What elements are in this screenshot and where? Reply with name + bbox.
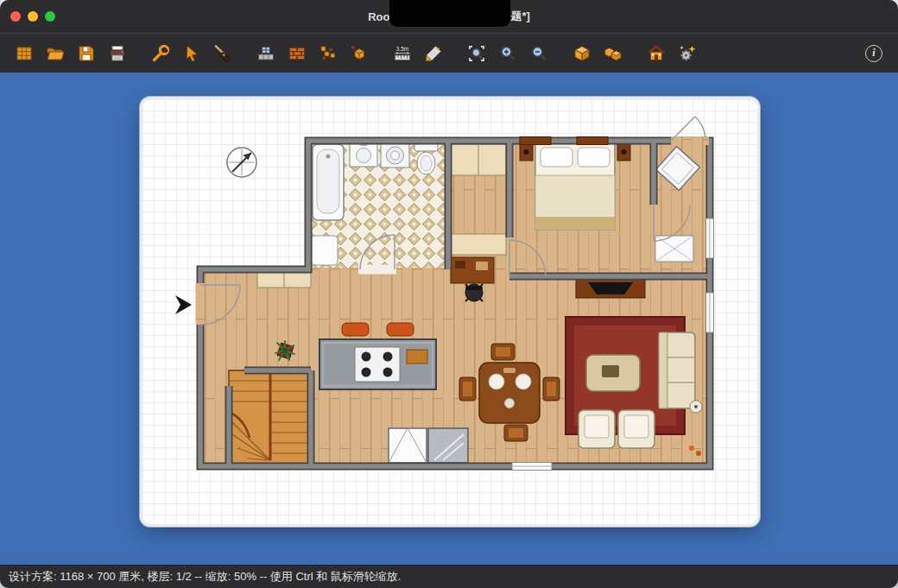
titlebar: Roo 题*]: [0, 0, 898, 33]
select-button[interactable]: [176, 38, 207, 69]
bar-stool-1[interactable]: [342, 323, 369, 336]
measure-button[interactable]: 3.5m: [387, 38, 418, 69]
wall-window-icon: [256, 44, 275, 63]
view-3d-button[interactable]: [566, 38, 598, 69]
gear-sparkle-icon: [678, 44, 697, 63]
home-3d-button[interactable]: [641, 38, 672, 69]
status-text: 设计方案: 1168 × 700 厘米, 楼层: 1/2 -- 缩放: 50% …: [9, 569, 402, 585]
dining-table[interactable]: [479, 363, 540, 423]
zoom-in-icon: [498, 44, 517, 63]
desk[interactable]: [451, 257, 494, 283]
wall-button[interactable]: [250, 38, 281, 69]
armchair-1[interactable]: [579, 410, 615, 448]
cursor-pointer: [175, 295, 192, 314]
wrench-icon: [151, 44, 170, 63]
window-controls: [10, 0, 55, 33]
brush-icon: [213, 44, 232, 63]
floorplan[interactable]: [142, 99, 757, 524]
shower-tray[interactable]: [312, 236, 338, 265]
armchair-2[interactable]: [618, 410, 655, 448]
window-title: Roo 题*]: [368, 0, 530, 33]
save-button[interactable]: [71, 38, 102, 69]
coffee-table[interactable]: [586, 355, 640, 391]
bathtub[interactable]: [313, 144, 344, 220]
info-button[interactable]: i: [865, 45, 882, 62]
info-icon: i: [872, 47, 875, 60]
stairs[interactable]: [229, 370, 311, 466]
grid-icon: [15, 44, 34, 63]
pencil-icon: [424, 44, 443, 63]
grid-button[interactable]: [9, 38, 40, 69]
insert-object-button[interactable]: [344, 38, 375, 69]
sofa[interactable]: [659, 332, 695, 408]
bricks-button[interactable]: [281, 38, 313, 69]
print-icon: [108, 44, 127, 63]
toolbar: 3.5m: [0, 33, 898, 73]
app-window: Roo 题*]: [0, 0, 898, 588]
window-title-right: 题*]: [510, 9, 529, 24]
zoom-out-button[interactable]: [523, 38, 554, 69]
measure-ruler-icon: 3.5m: [393, 44, 412, 63]
brush-button[interactable]: [207, 38, 238, 69]
corner-cabinet[interactable]: [389, 428, 427, 463]
stove: [355, 347, 400, 382]
cursor-arrow-icon: [182, 44, 201, 63]
zoom-in-button[interactable]: [492, 38, 523, 69]
design-canvas[interactable]: [142, 99, 757, 524]
washing-machine[interactable]: [381, 142, 409, 168]
open-folder-icon: [46, 44, 65, 63]
object-box-icon: [350, 44, 369, 63]
bathroom-sink[interactable]: [350, 142, 377, 167]
nightstand-left[interactable]: [520, 143, 533, 161]
print-button[interactable]: [102, 38, 133, 69]
bed[interactable]: [535, 142, 615, 230]
workspace-background: [0, 73, 898, 565]
minimize-button[interactable]: [28, 11, 38, 22]
status-bar: 设计方案: 1168 × 700 厘米, 楼层: 1/2 -- 缩放: 50% …: [0, 565, 898, 588]
compass[interactable]: [227, 148, 256, 177]
close-button[interactable]: [10, 11, 21, 22]
bar-stool-2[interactable]: [387, 323, 414, 336]
save-icon: [77, 44, 96, 63]
draw-button[interactable]: [418, 38, 449, 69]
blocks-icon: [319, 44, 338, 63]
sideboard[interactable]: [257, 272, 311, 288]
window-title-left: Roo: [368, 10, 389, 23]
hall-cabinet[interactable]: [451, 234, 506, 255]
zoom-region-icon: [467, 44, 486, 63]
dishwasher[interactable]: [428, 428, 468, 463]
svg-text:3.5m: 3.5m: [396, 45, 408, 51]
camera-notch: [389, 0, 510, 27]
cube-3d-icon: [572, 44, 591, 63]
cubes-3d-icon: [604, 44, 623, 63]
merge-blocks-button[interactable]: [313, 38, 344, 69]
nightstand-right[interactable]: [617, 143, 630, 161]
office-chair[interactable]: [465, 284, 483, 301]
tools-button[interactable]: [145, 38, 176, 69]
house-3d-icon: [647, 44, 666, 63]
zoom-out-icon: [529, 44, 548, 63]
tv-stand[interactable]: [576, 279, 645, 298]
wardrobe[interactable]: [451, 144, 506, 175]
zoom-selection-button[interactable]: [461, 38, 492, 69]
open-button[interactable]: [40, 38, 71, 69]
bricks-icon: [288, 44, 307, 63]
floor-lamp[interactable]: [690, 401, 702, 413]
kitchen-island[interactable]: [319, 339, 436, 389]
render-settings-button[interactable]: [672, 38, 703, 69]
fullscreen-button[interactable]: [45, 11, 55, 22]
objects-3d-button[interactable]: [598, 38, 629, 69]
